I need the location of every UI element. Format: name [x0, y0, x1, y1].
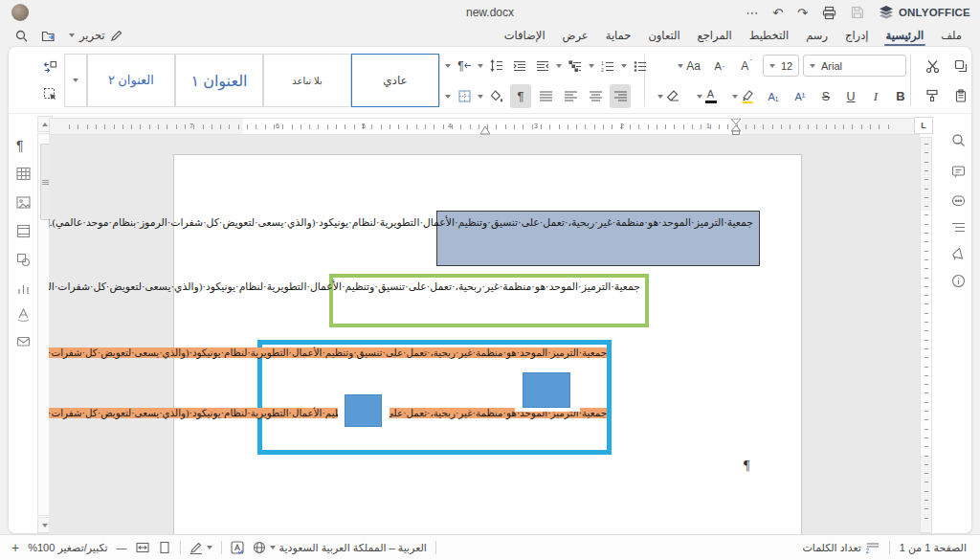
first-line-indent-marker[interactable]: [731, 119, 741, 135]
chevron-down-icon[interactable]: [621, 64, 627, 68]
borders-button[interactable]: [455, 84, 474, 108]
chevron-down-icon[interactable]: [445, 64, 451, 68]
strikethrough-button[interactable]: S: [814, 84, 837, 108]
line-spacing-button[interactable]: [487, 54, 506, 78]
increase-font-size-button[interactable]: Aˆ: [734, 54, 759, 78]
increase-indent-button[interactable]: [533, 54, 552, 78]
spellcheck-icon[interactable]: [231, 541, 244, 554]
paragraph-settings-icon[interactable]: ¶: [16, 138, 24, 153]
indent-marker-triangle[interactable]: [480, 126, 490, 135]
tab-file[interactable]: ملف: [932, 25, 970, 46]
image-settings-icon[interactable]: [16, 195, 31, 210]
tab-protection[interactable]: حماية: [597, 25, 640, 46]
mail-merge-settings-icon[interactable]: [16, 334, 31, 348]
bold-button[interactable]: B: [889, 84, 912, 108]
change-case-button[interactable]: Aa: [673, 54, 705, 78]
style-no-spacing[interactable]: بلا تباعد: [263, 54, 351, 107]
tab-references[interactable]: المراجع: [689, 25, 741, 46]
superscript-button[interactable]: A¹: [788, 84, 813, 108]
zoom-out-button[interactable]: —: [117, 542, 127, 553]
paste-button[interactable]: [948, 83, 973, 108]
paragraph-direction-button[interactable]: ¶: [455, 54, 474, 78]
shading-color-button[interactable]: [487, 84, 506, 108]
feedback-icon[interactable]: [951, 247, 966, 261]
replace-button[interactable]: [39, 56, 60, 78]
comments-panel-icon[interactable]: [951, 165, 966, 179]
search-icon[interactable]: [15, 30, 28, 42]
tab-home[interactable]: الرئيسية: [878, 25, 933, 46]
show-formatting-marks-button[interactable]: ¶: [510, 84, 531, 108]
tab-view[interactable]: عرض: [554, 25, 597, 46]
vertical-ruler[interactable]: [920, 137, 932, 533]
editing-mode-dropdown[interactable]: تحرير: [69, 29, 122, 42]
chevron-down-icon[interactable]: [478, 64, 483, 68]
redo-button[interactable]: ↷: [797, 7, 808, 19]
multilevel-list-button[interactable]: [566, 54, 585, 78]
align-justify-button[interactable]: [535, 84, 556, 108]
table-settings-icon[interactable]: [16, 167, 31, 181]
align-right-button[interactable]: [610, 84, 631, 108]
format-painter-button[interactable]: [920, 83, 945, 108]
cut-button[interactable]: [920, 54, 945, 78]
zoom-in-button[interactable]: +: [11, 540, 19, 555]
frame-paragraph-top[interactable]: جمعية·الترميز·الموحد·هو·منظمة·غير·ربحية،…: [262, 346, 607, 360]
font-color-button[interactable]: A: [690, 84, 723, 108]
save-icon[interactable]: [851, 6, 864, 19]
undo-button[interactable]: ↶: [772, 7, 783, 19]
document-language-button[interactable]: العربية – المملكة العربية السعودية: [253, 541, 427, 554]
inline-image-square[interactable]: [345, 394, 382, 427]
document-canvas[interactable]: جمعية·الترميز·الموحد·هو·منظمة·غير·ربحية،…: [49, 135, 920, 535]
styles-gallery-expand-button[interactable]: [64, 54, 87, 107]
tab-stop-selector[interactable]: L: [914, 117, 933, 134]
italic-button[interactable]: I: [864, 84, 887, 108]
open-file-location-icon[interactable]: [41, 30, 56, 42]
tab-plugins[interactable]: الإضافات: [496, 25, 554, 46]
font-size-combobox[interactable]: 12: [763, 55, 799, 77]
decrease-font-size-button[interactable]: Aˇ: [707, 54, 732, 78]
track-changes-button[interactable]: [189, 541, 212, 554]
select-all-button[interactable]: [39, 83, 60, 104]
align-center-button[interactable]: [585, 84, 606, 108]
paragraph-green-border[interactable]: جمعية·الترميز·الموحد·هو·منظمة·غير·ربحية،…: [329, 274, 649, 327]
fit-width-icon[interactable]: [136, 541, 149, 554]
copy-button[interactable]: [948, 54, 973, 78]
chevron-down-icon[interactable]: [478, 95, 483, 99]
chart-settings-icon[interactable]: [16, 281, 31, 296]
print-icon[interactable]: [822, 6, 836, 20]
onlyoffice-layers-icon: [879, 6, 894, 19]
subscript-button[interactable]: A₁: [761, 84, 786, 108]
more-actions-button[interactable]: ⋯: [746, 7, 758, 19]
highlight-color-button[interactable]: [726, 84, 759, 108]
underline-button[interactable]: U: [839, 84, 862, 108]
search-panel-icon[interactable]: [951, 133, 966, 147]
page-number-label[interactable]: الصفحة 1 من 1: [900, 542, 967, 554]
style-heading1[interactable]: العنوان ١: [175, 54, 263, 107]
header-footer-settings-icon[interactable]: [16, 224, 31, 238]
clear-style-button[interactable]: [652, 84, 686, 108]
tab-insert[interactable]: إدراج: [836, 25, 878, 46]
chevron-down-icon[interactable]: [556, 64, 562, 68]
bullet-list-button[interactable]: [631, 54, 650, 78]
tab-draw[interactable]: رسم: [797, 25, 836, 46]
numbered-list-button[interactable]: 12: [598, 54, 617, 78]
tab-layout[interactable]: التخطيط: [741, 25, 797, 46]
align-left-button[interactable]: [560, 84, 581, 108]
paragraph-shaded[interactable]: جمعية·الترميز·الموحد·هو·منظمة·غير·ربحية،…: [436, 211, 760, 266]
fit-page-icon[interactable]: [158, 541, 171, 554]
shape-settings-icon[interactable]: [16, 253, 31, 267]
tab-collaboration[interactable]: التعاون: [639, 25, 688, 46]
inline-image-square[interactable]: [523, 372, 570, 408]
navigation-headings-icon[interactable]: [951, 220, 966, 235]
style-normal[interactable]: عادي: [351, 54, 439, 107]
font-name-combobox[interactable]: Arial: [803, 55, 906, 77]
word-count-button[interactable]: 12 تعداد الكلمات: [802, 542, 879, 554]
horizontal-ruler[interactable]: 7 6 5 4 3 2 1: [49, 118, 920, 135]
chat-panel-icon[interactable]: [951, 194, 966, 209]
style-heading2[interactable]: العنوان ٢: [87, 54, 175, 107]
text-frame[interactable]: جمعية·الترميز·الموحد·هو·منظمة·غير·ربحية،…: [257, 340, 612, 455]
about-icon[interactable]: [951, 274, 966, 288]
decrease-indent-button[interactable]: [510, 54, 529, 78]
text-art-settings-icon[interactable]: [16, 307, 31, 322]
chevron-down-icon[interactable]: [589, 64, 594, 68]
chevron-down-icon[interactable]: [445, 95, 451, 99]
